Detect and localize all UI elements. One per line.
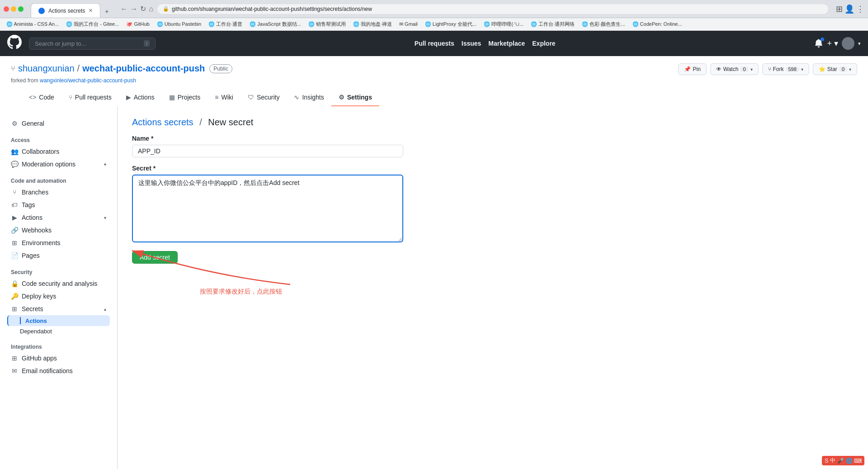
add-secret-button[interactable]: Add secret	[132, 251, 178, 264]
header-user-actions: + ▾ ▾	[814, 37, 861, 50]
repo-owner[interactable]: shuangxunian	[18, 63, 75, 74]
sidebar-item-secrets[interactable]: ⊞ Secrets ▴	[7, 303, 110, 315]
secrets-icon: ⊞	[11, 305, 18, 313]
back-btn[interactable]: ←	[120, 5, 127, 13]
refresh-btn[interactable]: ↻	[140, 5, 146, 13]
tab-projects[interactable]: ▦ Projects	[162, 89, 208, 106]
sidebar-item-tags[interactable]: 🏷 Tags	[7, 199, 110, 211]
home-btn[interactable]: ⌂	[149, 5, 153, 13]
tab-pull-requests[interactable]: ⑂ Pull requests	[61, 89, 119, 106]
bookmark-js[interactable]: 🌐 JavaScript 数据结...	[247, 20, 304, 28]
breadcrumb-actions-secrets-link[interactable]: Actions secrets	[132, 117, 193, 127]
sidebar-item-code-security[interactable]: 🔒 Code security and analysis	[7, 277, 110, 290]
notification-indicator	[821, 38, 824, 41]
sidebar-item-webhooks[interactable]: 🔗 Webhooks	[7, 224, 110, 237]
sidebar-item-environments[interactable]: ⊞ Environments	[7, 237, 110, 249]
repo-name[interactable]: wechat-public-account-push	[82, 63, 205, 74]
sidebar-item-pages[interactable]: 📄 Pages	[7, 249, 110, 262]
tab-insights[interactable]: ∿ Insights	[287, 89, 331, 106]
input-method-indicator: S 中 🎤 🌐 ⌨	[822, 456, 864, 465]
maximize-window-btn[interactable]	[18, 6, 24, 12]
sidebar-item-deploy-keys[interactable]: 🔑 Deploy keys	[7, 290, 110, 303]
email-notifications-label: Email notifications	[22, 367, 73, 374]
sidebar-item-moderation[interactable]: 💬 Moderation options ▾	[7, 158, 110, 171]
sidebar-item-email-notifications[interactable]: ✉ Email notifications	[7, 365, 110, 377]
sidebar-item-collaborators[interactable]: 👥 Collaborators	[7, 145, 110, 158]
name-input[interactable]	[132, 145, 403, 157]
pages-label: Pages	[22, 252, 40, 259]
bookmark-ubuntu-pastebin[interactable]: 🌐 Ubuntu Pastebin	[154, 20, 204, 28]
tab-close-btn[interactable]: ✕	[89, 8, 93, 14]
search-bar[interactable]: Search or jump to... /	[29, 38, 156, 50]
user-avatar-caret[interactable]: ▾	[858, 41, 861, 47]
new-tab-btn[interactable]: +	[100, 5, 113, 18]
pin-button[interactable]: 📌 Pin	[678, 63, 706, 75]
repo-title-row: ⑂ shuangxunian / wechat-public-account-p…	[11, 63, 857, 77]
nav-marketplace[interactable]: Marketplace	[488, 40, 525, 47]
sidebar-item-actions-settings[interactable]: ▶ Actions ▾	[7, 211, 110, 224]
tab-security[interactable]: 🛡 Security	[241, 89, 287, 106]
watch-caret-icon: ▾	[750, 67, 753, 72]
secret-textarea[interactable]: 这里输入你微信公众平台中的appID，然后点击Add secret	[132, 175, 403, 242]
fork-caret-icon: ▾	[801, 67, 803, 72]
tab-settings[interactable]: ⚙ Settings	[331, 89, 379, 106]
watch-button[interactable]: 👁 Watch 0 ▾	[710, 63, 759, 75]
collaborators-label: Collaborators	[22, 148, 59, 155]
secret-label-text: Secret	[132, 165, 151, 172]
nav-explore[interactable]: Explore	[532, 40, 555, 47]
bookmark-gitee[interactable]: 🌐 我的工作台 - Gitee...	[63, 20, 122, 28]
tab-code[interactable]: <> Code	[22, 89, 61, 106]
tab-actions[interactable]: ▶ Actions	[119, 89, 162, 106]
bookmark-codepen[interactable]: 🌐 CodePen: Online...	[630, 20, 685, 28]
user-avatar[interactable]	[842, 37, 854, 50]
browser-chrome: Actions secrets ✕ + ← → ↻ ⌂ 🔒 github.com…	[0, 0, 868, 18]
ssl-lock-icon: 🔒	[163, 6, 169, 12]
nav-issues[interactable]: Issues	[462, 40, 481, 47]
fork-button[interactable]: ⑂ Fork 598 ▾	[762, 63, 809, 75]
bookmark-work1[interactable]: 🌐 工作台·通普	[206, 20, 245, 28]
settings-tab-icon: ⚙	[339, 94, 344, 101]
input-method-logo: S	[825, 458, 828, 464]
minimize-window-btn[interactable]	[11, 6, 16, 12]
github-header: Search or jump to... / Pull requests Iss…	[0, 31, 868, 56]
bookmark-github[interactable]: 🐙 GitHub	[123, 20, 152, 28]
bookmark-bilibili[interactable]: 🌐 哔哩哔哩(·'∪...	[481, 20, 526, 28]
notifications-icon[interactable]	[814, 38, 823, 49]
extensions-icon[interactable]: ⊞	[836, 4, 843, 14]
bookmark-lightproxy[interactable]: 🌐 LightProxy 全能代...	[422, 20, 479, 28]
star-button[interactable]: ⭐ Star 0 ▾	[813, 63, 857, 75]
bookmark-crm[interactable]: 🌐 销售帮测试用	[306, 20, 349, 28]
sidebar-item-general[interactable]: ⚙ General	[7, 117, 110, 130]
pages-icon: 📄	[11, 252, 18, 259]
bookmark-color[interactable]: 🌐 色彩·颜色查生...	[579, 20, 627, 28]
close-window-btn[interactable]	[4, 6, 9, 12]
active-tab[interactable]: Actions secrets ✕	[31, 3, 100, 18]
github-logo[interactable]	[7, 35, 22, 52]
sidebar-subitem-dependabot[interactable]: Dependabot	[7, 326, 110, 336]
settings-icon[interactable]: ⋮	[856, 4, 864, 14]
name-field-label: Name *	[132, 135, 403, 142]
sidebar-item-github-apps[interactable]: ⊞ GitHub apps	[7, 352, 110, 365]
fork-info-text: forked from	[11, 77, 38, 84]
tab-wiki-label: Wiki	[221, 94, 233, 101]
tab-wiki[interactable]: ≡ Wiki	[208, 89, 241, 106]
bookmark-zen[interactable]: 🌐 我的地盘·禅道	[350, 20, 395, 28]
watch-label: Watch	[723, 66, 739, 72]
sidebar-item-branches[interactable]: ⑂ Branches	[7, 186, 110, 199]
add-icon[interactable]: + ▾	[827, 38, 838, 48]
actions-settings-icon: ▶	[11, 214, 18, 221]
forward-btn[interactable]: →	[130, 5, 137, 13]
bookmark-work2[interactable]: 🌐 工作台·通邦网络	[528, 20, 577, 28]
address-bar[interactable]: 🔒 github.com/shuangxunian/wechat-public-…	[157, 4, 829, 14]
sidebar-subitem-actions[interactable]: Actions	[7, 315, 110, 326]
secrets-expand-icon: ▴	[104, 307, 106, 312]
tab-projects-label: Projects	[178, 94, 201, 101]
branches-label: Branches	[22, 189, 48, 196]
nav-pull-requests[interactable]: Pull requests	[415, 40, 454, 47]
secret-field-label: Secret *	[132, 165, 403, 172]
bookmark-animista[interactable]: 🌐 Animista - CSS An...	[4, 20, 61, 28]
profile-icon[interactable]: 👤	[844, 4, 854, 14]
fork-source-link[interactable]: wangxinleo/wechat-public-account-push	[40, 77, 136, 84]
secrets-label: Secrets	[22, 305, 43, 313]
bookmark-gmail[interactable]: ✉ Gmail	[396, 20, 420, 28]
